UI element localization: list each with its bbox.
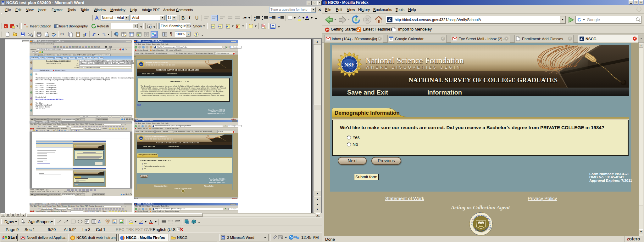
svg-text:A: A [5,25,7,28]
svg-text:NSF: NSF [344,62,354,68]
svg-text:?: ? [195,33,197,36]
svg-text:A: A [98,219,102,224]
svg-text:✘: ✘ [236,25,239,28]
svg-text:A: A [149,220,152,223]
svg-text:NSF: NSF [140,138,142,139]
svg-text:G: G [577,17,581,22]
svg-text:X: X [137,34,139,37]
svg-text:✔: ✔ [226,25,229,28]
svg-text:W: W [2,2,4,4]
svg-text:W: W [222,237,224,239]
svg-text:A: A [85,220,86,222]
svg-text:⇦: ⇦ [210,25,214,28]
svg-text:⇨: ⇨ [218,25,221,28]
svg-text:NSF: NSF [140,64,143,66]
